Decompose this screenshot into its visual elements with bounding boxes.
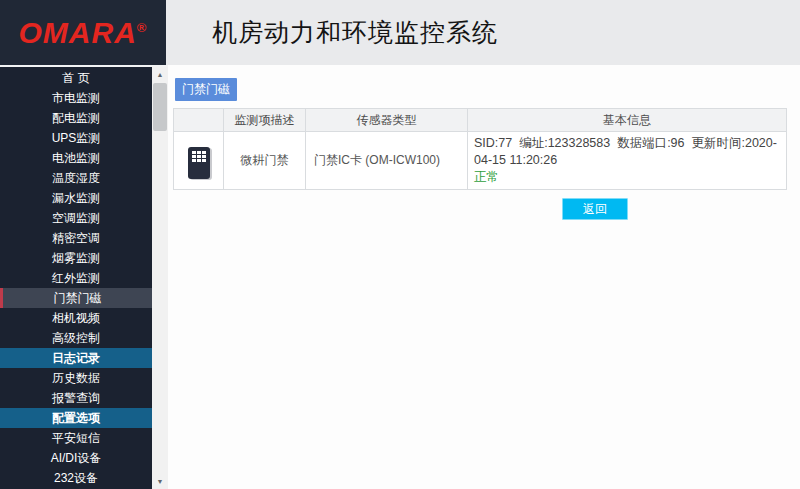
registered-trademark-icon: ® (137, 20, 148, 35)
sidebar-item-20[interactable]: 232设备 (0, 468, 152, 488)
sidebar-item-16[interactable]: 报警查询 (0, 388, 152, 408)
status-badge: 正常 (474, 169, 780, 186)
device-icon-cell[interactable] (174, 132, 224, 190)
sidebar-item-10[interactable]: 红外监测 (0, 268, 152, 288)
basic-info-cell: SID:77 编址:123328583 数据端口:96 更新时间:2020-04… (468, 132, 787, 190)
table-row[interactable]: 微耕门禁 门禁IC卡 (OM-ICW100) SID:77 编址:1233285… (174, 132, 787, 190)
sidebar-scrollbar[interactable]: ▲ ▼ (152, 65, 168, 489)
monitor-description: 微耕门禁 (224, 132, 306, 190)
sidebar-item-5[interactable]: 温度湿度 (0, 168, 152, 188)
scroll-up-icon[interactable]: ▲ (152, 67, 168, 82)
app-header: OMARA® 机房动力和环境监控系统 (0, 0, 800, 65)
sidebar-item-11[interactable]: 门禁门磁 (0, 288, 152, 308)
sidebar-item-8[interactable]: 精密空调 (0, 228, 152, 248)
sensor-table: 监测项描述 传感器类型 基本信息 (173, 108, 787, 190)
sidebar-item-6[interactable]: 漏水监测 (0, 188, 152, 208)
sidebar-item-13[interactable]: 高级控制 (0, 328, 152, 348)
title-band: 机房动力和环境监控系统 (166, 0, 800, 65)
sidebar-item-1[interactable]: 市电监测 (0, 88, 152, 108)
sidebar-item-12[interactable]: 相机视频 (0, 308, 152, 328)
col-header-description: 监测项描述 (224, 109, 306, 132)
sidebar-item-0[interactable]: 首 页 (0, 68, 152, 88)
sidebar-item-18[interactable]: 平安短信 (0, 428, 152, 448)
table-header-row: 监测项描述 传感器类型 基本信息 (174, 109, 787, 132)
scroll-down-icon[interactable]: ▼ (152, 474, 168, 489)
app-body: 首 页市电监测配电监测UPS监测电池监测温度湿度漏水监测空调监测精密空调烟雾监测… (0, 65, 800, 489)
omara-logo: OMARA® (19, 18, 148, 48)
sidebar-item-14[interactable]: 日志记录 (0, 348, 152, 368)
sidebar-nav: 首 页市电监测配电监测UPS监测电池监测温度湿度漏水监测空调监测精密空调烟雾监测… (0, 65, 152, 489)
sidebar-item-15[interactable]: 历史数据 (0, 368, 152, 388)
logo-word: OMARA (19, 16, 137, 49)
col-header-sensor-type: 传感器类型 (306, 109, 468, 132)
tab-door-access[interactable]: 门禁门磁 (175, 78, 237, 101)
device-keypad (188, 151, 210, 162)
sensor-type: 门禁IC卡 (OM-ICW100) (306, 132, 468, 190)
col-header-basic-info: 基本信息 (468, 109, 787, 132)
sidebar-item-7[interactable]: 空调监测 (0, 208, 152, 228)
page-title: 机房动力和环境监控系统 (212, 16, 498, 49)
sidebar-item-3[interactable]: UPS监测 (0, 128, 152, 148)
sidebar-item-2[interactable]: 配电监测 (0, 108, 152, 128)
sidebar-item-19[interactable]: AI/DI设备 (0, 448, 152, 468)
logo-block: OMARA® (0, 0, 166, 65)
sidebar-item-9[interactable]: 烟雾监测 (0, 248, 152, 268)
sidebar-item-4[interactable]: 电池监测 (0, 148, 152, 168)
basic-info-text: SID:77 编址:123328583 数据端口:96 更新时间:2020-04… (474, 135, 780, 169)
sidebar-item-17[interactable]: 配置选项 (0, 408, 152, 428)
main-content: 门禁门磁 监测项描述 传感器类型 基本信息 (168, 65, 800, 489)
back-button[interactable]: 返回 (562, 198, 628, 220)
scrollbar-thumb[interactable] (153, 83, 167, 131)
col-header-icon (174, 109, 224, 132)
keypad-device-icon (188, 147, 210, 179)
